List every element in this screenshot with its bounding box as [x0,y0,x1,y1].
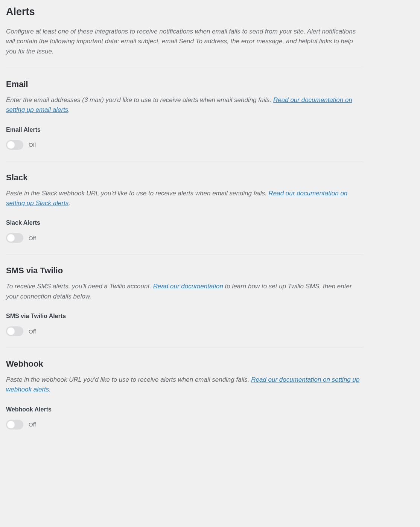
page-intro: Configure at least one of these integrat… [6,27,363,56]
page-title: Alerts [6,6,363,18]
toggle-state-slack: Off [29,235,36,241]
divider [6,254,363,254]
section-desc-slack: Paste in the Slack webhook URL you'd lik… [6,189,363,209]
toggle-knob [7,141,15,149]
desc-prefix: Paste in the webhook URL you'd like to u… [6,376,251,383]
toggle-sms-alerts[interactable] [6,326,23,336]
section-desc-email: Enter the email addresses (3 max) you'd … [6,95,363,115]
toggle-label-sms: SMS via Twilio Alerts [6,313,363,320]
section-title-sms: SMS via Twilio [6,266,363,276]
section-desc-sms: To receive SMS alerts, you'll need a Twi… [6,282,363,302]
divider [6,347,363,348]
desc-suffix: . [68,106,70,113]
section-title-slack: Slack [6,173,363,183]
divider [6,161,363,161]
toggle-state-webhook: Off [29,421,36,428]
toggle-slack-alerts[interactable] [6,233,23,243]
desc-prefix: Paste in the Slack webhook URL you'd lik… [6,190,268,197]
desc-prefix: To receive SMS alerts, you'll need a Twi… [6,283,153,290]
toggle-state-sms: Off [29,328,36,335]
doc-link-sms[interactable]: Read our documentation [153,283,223,290]
toggle-email-alerts[interactable] [6,140,23,150]
desc-suffix: . [49,386,51,393]
section-title-email: Email [6,79,363,89]
section-desc-webhook: Paste in the webhook URL you'd like to u… [6,375,363,395]
section-title-webhook: Webhook [6,359,363,369]
divider [6,68,363,68]
toggle-label-email: Email Alerts [6,126,363,133]
toggle-knob [7,234,15,242]
toggle-knob [7,421,15,428]
toggle-knob [7,327,15,335]
toggle-label-webhook: Webhook Alerts [6,406,363,413]
toggle-label-slack: Slack Alerts [6,219,363,226]
desc-prefix: Enter the email addresses (3 max) you'd … [6,96,273,104]
desc-suffix: . [68,200,70,207]
toggle-webhook-alerts[interactable] [6,420,23,430]
toggle-state-email: Off [29,142,36,148]
